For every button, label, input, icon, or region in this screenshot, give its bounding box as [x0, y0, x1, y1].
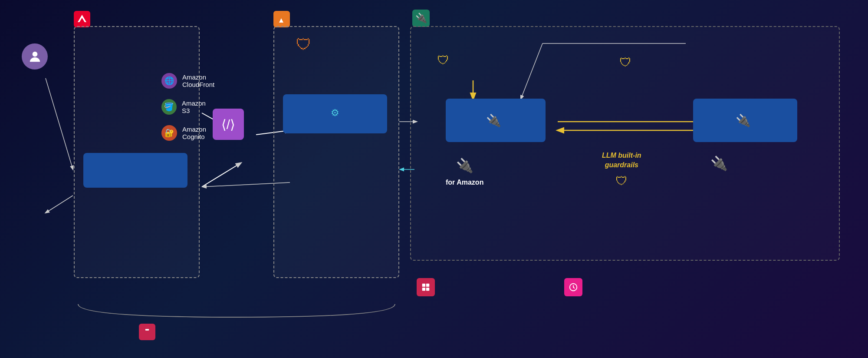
svg-line-0 [46, 78, 73, 169]
shield-builtin-icon: 🛡 [602, 174, 641, 188]
s3-item: 🪣 Amazon S3 [161, 96, 214, 117]
iam-icon [417, 278, 435, 296]
shield-prompting-icon: 🛡 [296, 36, 312, 54]
llm-builtin-label: LLM built-inguardrails [602, 151, 641, 170]
amplify-logo [77, 14, 87, 24]
bedrock-llms-section: 🔌 [710, 155, 728, 183]
svg-rect-15 [426, 284, 429, 287]
input-guardrails-section: 🛡 [437, 53, 449, 67]
api-gateway-label [213, 143, 244, 160]
cloudwatch-section [564, 278, 588, 296]
cf-logo [143, 328, 151, 336]
cloudfront-icon: 🌐 [161, 73, 177, 89]
amplify-box: 🌐 AmazonCloudFront 🪣 Amazon S3 🔐 AmazonC… [74, 26, 200, 278]
shield-input-icon: 🛡 [437, 53, 449, 67]
llm-guardrails-box: 🔌 [446, 99, 546, 142]
output-guardrails-section: 🛡 [619, 55, 631, 70]
svg-rect-17 [426, 288, 429, 291]
gear-icon: ⚙ [331, 107, 339, 119]
cloudwatch-logo [569, 282, 578, 292]
api-gateway-icon: ⟨/⟩ [213, 109, 244, 140]
foundation-models-box: 🔌 [693, 99, 797, 142]
cognito-icon: 🔐 [161, 125, 177, 141]
svg-point-13 [32, 51, 37, 56]
lambda-icon [273, 11, 290, 27]
bedrock-icon: 🔌 [412, 10, 430, 27]
svg-rect-16 [422, 288, 425, 291]
bedrock-llms-label [710, 174, 728, 183]
llm-guardrails-icon: 🔌 [486, 113, 501, 128]
cloudfront-item: 🌐 AmazonCloudFront [161, 70, 214, 91]
guardrails-bedrock-label: for Amazon [446, 177, 483, 188]
cloudwatch-icon [564, 278, 582, 296]
svg-rect-19 [145, 329, 149, 330]
bedrock-llms-icon: 🔌 [710, 156, 728, 171]
diagram-container: 🌐 AmazonCloudFront 🪣 Amazon S3 🔐 AmazonC… [0, 0, 868, 358]
bedrock-box: 🛡 🛡 🔌 🔌 🔌 for Amazon [410, 26, 840, 261]
guardrails-bedrock-icon: 🔌 [456, 158, 473, 173]
bedrock-header: 🔌 [412, 10, 435, 27]
brace-svg [74, 300, 399, 322]
llm-builtin-section: LLM built-inguardrails 🛡 [602, 151, 641, 188]
svg-rect-14 [422, 284, 425, 287]
aws-iam-section [417, 278, 440, 296]
s3-label: Amazon S3 [182, 99, 214, 114]
amplify-header [74, 11, 95, 27]
api-gateway-section: ⟨/⟩ [213, 109, 244, 160]
svg-line-3 [202, 163, 241, 187]
cf-icon [139, 324, 155, 340]
cloudfront-label: AmazonCloudFront [182, 73, 214, 88]
foundation-models-icon: 🔌 [736, 113, 751, 128]
prompting-protection-section: 🛡 [296, 36, 312, 56]
app-backend-box: ⚙ [283, 94, 387, 133]
cognito-item: 🔐 AmazonCognito [161, 123, 214, 143]
s3-icon: 🪣 [161, 99, 177, 115]
iam-logo [421, 282, 431, 292]
lambda-header [273, 11, 294, 27]
lambda-box: 🛡 ⚙ [273, 26, 399, 278]
svg-line-1 [46, 196, 73, 213]
cloudformation-section [139, 324, 161, 340]
shield-output-icon: 🛡 [619, 55, 631, 70]
users-section [9, 43, 61, 72]
amplify-services-list: 🌐 AmazonCloudFront 🪣 Amazon S3 🔐 AmazonC… [161, 70, 214, 143]
app-frontend-box [83, 153, 187, 188]
user-avatar [22, 43, 48, 70]
lambda-logo [276, 14, 287, 24]
guardrails-bedrock-section: 🔌 for Amazon [446, 157, 483, 188]
user-icon [27, 49, 43, 64]
amplify-icon [74, 11, 90, 27]
cognito-label: AmazonCognito [182, 126, 206, 140]
